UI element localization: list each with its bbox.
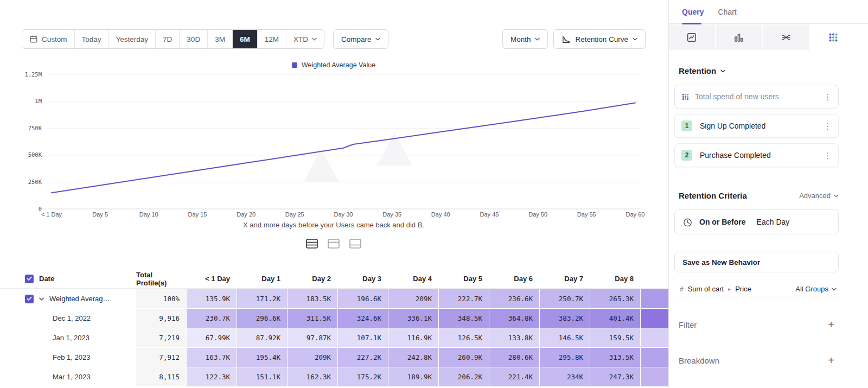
retention-value-cell[interactable]: 222.7K bbox=[439, 289, 489, 308]
range-xtd-button[interactable]: XTD bbox=[286, 30, 324, 48]
svg-text:1.25M: 1.25M bbox=[24, 71, 42, 78]
retention-value-cell[interactable]: 87.92K bbox=[237, 328, 287, 347]
kebab-icon[interactable]: ⋮ bbox=[824, 122, 832, 130]
date-range-group: CustomTodayYesterday7D30D3M6M12MXTD bbox=[22, 29, 324, 49]
range-custom-button[interactable]: Custom bbox=[22, 30, 75, 48]
retention-value-cell[interactable]: 171.2K bbox=[237, 289, 287, 308]
range-7d-button[interactable]: 7D bbox=[156, 30, 180, 48]
row-select-checkbox[interactable] bbox=[25, 295, 34, 303]
range-label: Custom bbox=[42, 35, 67, 43]
retention-value-cell[interactable]: 364.8K bbox=[489, 309, 539, 328]
retention-value-cell[interactable]: 401.4K bbox=[590, 309, 640, 328]
layout-table-view-button[interactable] bbox=[347, 237, 363, 251]
retention-value-cell[interactable]: 247.3K bbox=[590, 367, 640, 386]
add-breakdown-button[interactable]: + bbox=[828, 355, 834, 366]
retention-value-cell[interactable]: 209K bbox=[288, 348, 337, 367]
behavior-header[interactable]: Total spend of new users ⋮ bbox=[674, 85, 839, 109]
retention-value-cell[interactable]: 151.1K bbox=[237, 367, 287, 386]
retention-value-cell[interactable]: 348.5K bbox=[439, 309, 489, 328]
retention-value-cell[interactable]: 195.4K bbox=[237, 348, 287, 367]
retention-value-cell[interactable]: 209K bbox=[388, 289, 438, 308]
range-30d-button[interactable]: 30D bbox=[180, 30, 208, 48]
range-yesterday-button[interactable]: Yesterday bbox=[109, 30, 156, 48]
granularity-label: Month bbox=[510, 35, 531, 43]
add-filter-button[interactable]: + bbox=[828, 319, 834, 330]
retention-value-cell[interactable]: 133.8K bbox=[489, 328, 539, 347]
retention-value-cell[interactable]: 313.5K bbox=[590, 348, 640, 367]
retention-value-cell[interactable]: 206.2K bbox=[439, 367, 489, 386]
advanced-toggle[interactable]: Advanced bbox=[799, 192, 839, 200]
behavior-step[interactable]: 1Sign Up Completed⋮ bbox=[674, 114, 839, 138]
range-3m-button[interactable]: 3M bbox=[208, 30, 233, 48]
total-profiles-cell: 8,115 bbox=[136, 367, 186, 386]
retention-chart-type-button[interactable] bbox=[810, 24, 856, 50]
step-number-badge: 1 bbox=[681, 120, 692, 131]
retention-value-cell[interactable]: 234K bbox=[540, 367, 590, 386]
retention-value-cell[interactable]: 336.1K bbox=[388, 309, 438, 328]
retention-value-cell[interactable]: 97.87K bbox=[288, 328, 337, 347]
flows-chart-type-button[interactable] bbox=[763, 24, 809, 50]
retention-value-cell[interactable]: 159.5K bbox=[590, 328, 640, 347]
layout-split-view-button[interactable] bbox=[304, 237, 320, 251]
retention-value-cell[interactable]: 163.7K bbox=[187, 348, 237, 367]
retention-value-cell[interactable]: 116.9K bbox=[388, 328, 438, 347]
svg-text:Day 5: Day 5 bbox=[92, 211, 108, 218]
retention-value-cell[interactable]: 196.6K bbox=[338, 289, 388, 308]
date-header-label: Date bbox=[39, 275, 54, 283]
save-behavior-button[interactable]: Save as New Behavior bbox=[674, 252, 839, 272]
chart-view-button[interactable]: Retention Curve bbox=[553, 29, 646, 49]
groups-dropdown[interactable]: All Groups bbox=[795, 285, 837, 293]
retention-section-header[interactable]: Retention bbox=[679, 66, 839, 75]
expand-chevron-icon[interactable] bbox=[39, 297, 44, 301]
layout-chart-view-button[interactable] bbox=[326, 237, 342, 251]
retention-value-cell[interactable]: 221.4K bbox=[489, 367, 539, 386]
range-12m-button[interactable]: 12M bbox=[258, 30, 286, 48]
retention-value-cell[interactable]: 324.6K bbox=[338, 309, 388, 328]
retention-value-cell[interactable]: 135.9K bbox=[187, 289, 237, 308]
column-header: Day 3 bbox=[338, 269, 388, 288]
retention-value-cell[interactable]: 126.5K bbox=[439, 328, 489, 347]
retention-value-cell[interactable]: 230.7K bbox=[187, 309, 237, 328]
retention-value-cell[interactable]: 383.2K bbox=[540, 309, 590, 328]
retention-value-cell[interactable]: 122.3K bbox=[187, 367, 237, 386]
kebab-icon[interactable]: ⋮ bbox=[824, 93, 832, 101]
retention-value-cell[interactable]: 146.5K bbox=[540, 328, 590, 347]
retention-value-cell[interactable]: 265.3K bbox=[590, 289, 640, 308]
tab-chart[interactable]: Chart bbox=[718, 0, 736, 24]
retention-value-cell[interactable]: 295.8K bbox=[540, 348, 590, 367]
retention-value-cell[interactable]: 236.6K bbox=[489, 289, 539, 308]
retention-value-cell[interactable]: 67.99K bbox=[187, 328, 237, 347]
timing-value[interactable]: Each Day bbox=[757, 218, 790, 226]
range-label: XTD bbox=[293, 35, 308, 43]
retention-value-cell[interactable]: 311.5K bbox=[288, 309, 337, 328]
svg-text:Day 10: Day 10 bbox=[139, 211, 158, 218]
bar-chart-type-button[interactable] bbox=[716, 24, 762, 50]
granularity-button[interactable]: Month bbox=[502, 29, 548, 49]
retention-value-cell[interactable]: 175.2K bbox=[338, 367, 388, 386]
column-header-next-partial bbox=[641, 269, 668, 288]
range-6m-button[interactable]: 6M bbox=[233, 30, 258, 48]
retention-value-cell[interactable]: 242.8K bbox=[388, 348, 438, 367]
retention-value-cell[interactable]: 260.9K bbox=[439, 348, 489, 367]
next-column-partial-cell bbox=[641, 289, 668, 308]
range-today-button[interactable]: Today bbox=[75, 30, 109, 48]
retention-value-cell[interactable]: 227.2K bbox=[338, 348, 388, 367]
insights-chart-type-button[interactable] bbox=[669, 24, 715, 50]
retention-value-cell[interactable]: 250.7K bbox=[540, 289, 590, 308]
svg-text:Day 55: Day 55 bbox=[577, 211, 596, 218]
behavior-step[interactable]: 2Purchase Completed⋮ bbox=[674, 143, 839, 167]
retention-value-cell[interactable]: 189.9K bbox=[388, 367, 438, 386]
compare-button[interactable]: Compare bbox=[333, 29, 389, 49]
retention-timing-control[interactable]: On or Before Each Day bbox=[674, 209, 839, 234]
retention-value-cell[interactable]: 162.3K bbox=[288, 367, 337, 386]
retention-value-cell[interactable]: 280.6K bbox=[489, 348, 539, 367]
tab-query[interactable]: Query bbox=[682, 0, 704, 24]
retention-value-cell[interactable]: 107.1K bbox=[338, 328, 388, 347]
retention-value-cell[interactable]: 296.6K bbox=[237, 309, 287, 328]
select-all-checkbox[interactable] bbox=[25, 275, 34, 283]
retention-line-chart[interactable]: 0250K500K750K1M1.25M< 1 DayDay 5Day 10Da… bbox=[16, 69, 646, 221]
retention-value-cell[interactable]: 183.5K bbox=[288, 289, 337, 308]
date-row-label: Mar 1, 2023 bbox=[53, 373, 90, 381]
kebab-icon[interactable]: ⋮ bbox=[824, 151, 832, 160]
measure-row[interactable]: # Sum of cart ▸ Price All Groups bbox=[674, 281, 839, 297]
